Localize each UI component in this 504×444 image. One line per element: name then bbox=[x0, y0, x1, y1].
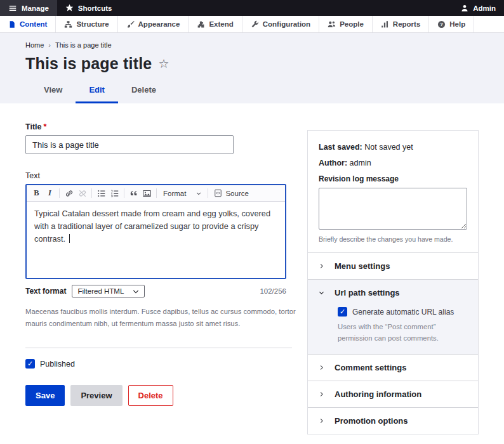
page-title: This is page title bbox=[25, 55, 152, 73]
revision-log-textarea[interactable] bbox=[319, 188, 467, 230]
author-label: Author: bbox=[319, 159, 347, 167]
accordion-header[interactable]: Comment settings bbox=[308, 355, 478, 381]
source-code-icon bbox=[214, 189, 222, 197]
last-saved-line: Last saved: Not saved yet bbox=[319, 143, 467, 152]
admin-toolbar: Manage Shortcuts Admin bbox=[0, 0, 504, 16]
primary-tabs: View Edit Delete bbox=[25, 79, 479, 103]
menu-item-extend[interactable]: Extend bbox=[189, 16, 242, 32]
toolbar-spacer bbox=[121, 0, 453, 16]
manage-button[interactable]: Manage bbox=[0, 0, 57, 16]
toolbar-separator bbox=[59, 188, 60, 198]
accordion-title: Authoring information bbox=[335, 389, 421, 399]
toolbar-separator bbox=[156, 188, 157, 198]
shortcuts-label: Shortcuts bbox=[78, 4, 112, 12]
last-saved-value: Not saved yet bbox=[362, 143, 413, 152]
source-button[interactable]: Source bbox=[211, 189, 251, 197]
chevron-down-icon bbox=[318, 289, 325, 296]
accordion-header[interactable]: Promotion options bbox=[308, 408, 478, 434]
accordion-header[interactable]: Url path settings bbox=[308, 280, 478, 306]
menu-item-configuration[interactable]: Configuration bbox=[242, 16, 319, 32]
menu-item-label: Structure bbox=[76, 20, 109, 28]
unlink-button[interactable] bbox=[76, 187, 89, 200]
menu-item-reports[interactable]: Reports bbox=[373, 16, 429, 32]
text-format-label: Text format bbox=[25, 287, 66, 296]
shortcuts-button[interactable]: Shortcuts bbox=[57, 0, 121, 16]
editor-content-area[interactable]: Typical Catalan dessert made from cream … bbox=[27, 202, 285, 278]
hamburger-icon bbox=[8, 4, 17, 13]
url-alias-checkbox-row[interactable]: ✓ Generate automatic URL alias bbox=[338, 307, 468, 317]
published-checkbox[interactable]: ✓ bbox=[25, 359, 35, 369]
chevron-down-icon bbox=[196, 191, 201, 196]
tab-edit[interactable]: Edit bbox=[76, 79, 118, 103]
menu-item-content[interactable]: Content bbox=[0, 16, 56, 32]
chevron-right-icon bbox=[318, 417, 325, 424]
italic-button[interactable]: I bbox=[43, 187, 56, 200]
title-input[interactable] bbox=[25, 135, 234, 154]
image-icon bbox=[142, 189, 152, 198]
breadcrumb: Home › This is a page title bbox=[25, 41, 479, 49]
blockquote-button[interactable] bbox=[127, 187, 140, 200]
published-checkbox-row[interactable]: ✓ Published bbox=[25, 359, 293, 369]
toolbar-separator bbox=[124, 188, 124, 198]
accordion-title: Url path settings bbox=[335, 288, 400, 297]
manage-label: Manage bbox=[22, 4, 49, 12]
author-line: Author: admin bbox=[319, 159, 467, 167]
tab-delete[interactable]: Delete bbox=[118, 79, 169, 103]
menu-item-label: Appearance bbox=[138, 20, 180, 28]
accordion-header[interactable]: Menu settings bbox=[308, 253, 478, 279]
form-actions: Save Preview Delete bbox=[25, 385, 293, 406]
link-icon bbox=[65, 189, 74, 198]
preview-button[interactable]: Preview bbox=[70, 385, 122, 406]
node-edit-form: Title* Text B I bbox=[0, 103, 504, 434]
tab-view[interactable]: View bbox=[30, 79, 76, 103]
image-button[interactable] bbox=[140, 187, 154, 200]
admin-user-button[interactable]: Admin bbox=[453, 0, 504, 16]
accordion-title: Promotion options bbox=[335, 416, 408, 426]
chevron-right-icon bbox=[318, 364, 325, 371]
source-button-label: Source bbox=[225, 190, 248, 197]
blockquote-icon bbox=[129, 189, 138, 198]
chevron-down-icon bbox=[133, 289, 139, 294]
star-icon bbox=[65, 4, 74, 12]
numbered-list-button[interactable] bbox=[108, 187, 121, 200]
delete-button[interactable]: Delete bbox=[128, 385, 173, 406]
text-format-select[interactable]: Filtered HTML bbox=[72, 285, 145, 297]
revision-log-help: Briefly describe the changes you have ma… bbox=[319, 235, 467, 243]
node-meta: Last saved: Not saved yet Author: admin … bbox=[308, 131, 478, 252]
menu-item-people[interactable]: People bbox=[319, 16, 373, 32]
menu-item-label: Help bbox=[449, 20, 465, 28]
menu-item-label: People bbox=[340, 20, 364, 28]
link-button[interactable] bbox=[62, 187, 76, 200]
breadcrumb-separator: › bbox=[48, 41, 51, 49]
accordion-header[interactable]: Authoring information bbox=[308, 381, 478, 407]
form-column: Title* Text B I bbox=[25, 122, 293, 406]
accordion-menu-settings: Menu settings bbox=[308, 252, 478, 279]
wrench-icon bbox=[251, 20, 259, 29]
menu-item-structure[interactable]: Structure bbox=[56, 16, 117, 32]
format-dropdown[interactable]: Format bbox=[159, 190, 205, 197]
menu-item-label: Reports bbox=[393, 20, 420, 28]
text-format-value: Filtered HTML bbox=[77, 287, 124, 295]
bold-button[interactable]: B bbox=[30, 187, 43, 200]
bookmark-star-icon[interactable]: ☆ bbox=[158, 56, 169, 71]
bar-chart-icon bbox=[381, 20, 389, 29]
people-icon bbox=[328, 20, 336, 29]
menu-item-label: Extend bbox=[209, 20, 233, 28]
sitemap-icon bbox=[64, 20, 72, 29]
menu-item-appearance[interactable]: Appearance bbox=[118, 16, 189, 32]
menu-item-help[interactable]: ? Help bbox=[429, 16, 474, 32]
format-dropdown-label: Format bbox=[163, 190, 186, 197]
puzzle-icon bbox=[197, 20, 205, 29]
breadcrumb-home-link[interactable]: Home bbox=[25, 41, 44, 49]
bulleted-list-button[interactable] bbox=[95, 187, 108, 200]
save-button[interactable]: Save bbox=[25, 385, 65, 406]
accordion-title: Comment settings bbox=[335, 363, 406, 372]
author-value: admin bbox=[347, 159, 371, 167]
breadcrumb-current: This is a page title bbox=[55, 41, 112, 49]
title-label-text: Title bbox=[25, 122, 41, 131]
url-alias-help: Users with the “Post comment” permission… bbox=[338, 322, 468, 344]
file-icon bbox=[8, 20, 16, 29]
url-alias-checkbox[interactable]: ✓ bbox=[338, 307, 347, 317]
text-format-row: Text format Filtered HTML 102/256 bbox=[25, 285, 286, 297]
settings-sidebar: Last saved: Not saved yet Author: admin … bbox=[307, 130, 479, 434]
